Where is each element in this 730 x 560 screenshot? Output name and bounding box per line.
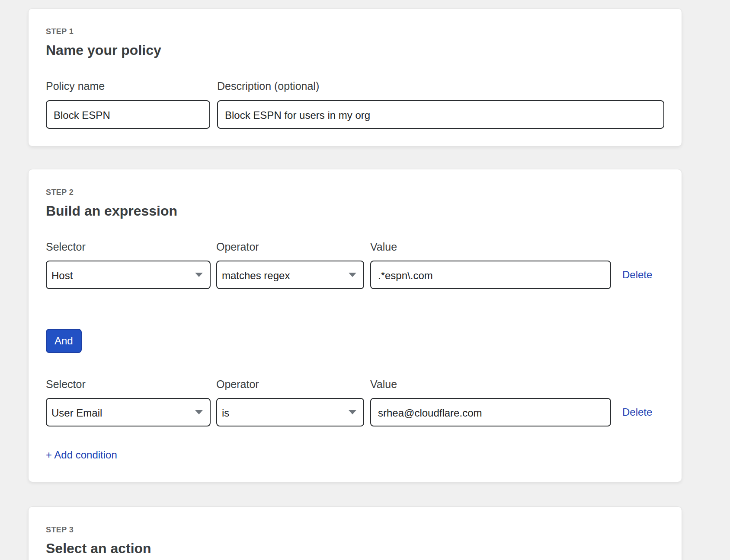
step2-title: Build an expression — [46, 204, 664, 218]
policy-name-input[interactable] — [46, 100, 210, 129]
operator-label: Operator — [216, 379, 364, 390]
and-button[interactable]: And — [46, 329, 82, 353]
chevron-down-icon — [195, 273, 203, 277]
description-label: Description (optional) — [217, 81, 664, 92]
value-label: Value — [370, 242, 611, 252]
operator-label: Operator — [216, 242, 364, 252]
selector-select-value: User Email — [51, 407, 102, 419]
description-input[interactable] — [217, 100, 664, 129]
policy-name-field: Policy name — [46, 81, 210, 129]
condition-controls-row: Host matches regex Delete — [46, 261, 664, 289]
selector-label: Selector — [46, 379, 211, 390]
step3-card: STEP 3 Select an action — [28, 506, 682, 560]
step3-eyebrow: STEP 3 — [46, 525, 664, 535]
delete-condition-link[interactable]: Delete — [622, 270, 652, 280]
step2-eyebrow: STEP 2 — [46, 188, 664, 197]
chevron-down-icon — [349, 410, 356, 414]
condition-row-2: Selector Operator Value User Email is De… — [46, 379, 664, 426]
step1-card: STEP 1 Name your policy Policy name Desc… — [28, 8, 682, 146]
step2-card: STEP 2 Build an expression Selector Oper… — [28, 169, 682, 482]
condition-controls-row: User Email is Delete — [46, 398, 664, 426]
selector-select[interactable]: Host — [46, 261, 211, 289]
description-field: Description (optional) — [217, 81, 664, 129]
operator-select[interactable]: matches regex — [216, 261, 364, 289]
condition-row-1: Selector Operator Value Host matches reg… — [46, 242, 664, 289]
operator-select[interactable]: is — [216, 398, 364, 426]
step1-form-row: Policy name Description (optional) — [46, 81, 664, 129]
condition-labels-row: Selector Operator Value — [46, 242, 664, 252]
step1-title: Name your policy — [46, 43, 664, 57]
step1-eyebrow: STEP 1 — [46, 27, 664, 36]
policy-name-label: Policy name — [46, 81, 210, 92]
value-input[interactable] — [370, 398, 611, 426]
operator-select-value: matches regex — [222, 270, 290, 282]
delete-condition-link[interactable]: Delete — [622, 407, 652, 417]
selector-select-value: Host — [51, 270, 73, 282]
condition-labels-row: Selector Operator Value — [46, 379, 664, 390]
policy-builder-page: STEP 1 Name your policy Policy name Desc… — [0, 0, 730, 560]
value-label: Value — [370, 379, 611, 390]
add-condition-link[interactable]: + Add condition — [46, 450, 117, 460]
selector-select[interactable]: User Email — [46, 398, 211, 426]
operator-select-value: is — [222, 407, 229, 419]
value-input[interactable] — [370, 261, 611, 289]
step3-title: Select an action — [46, 541, 664, 555]
chevron-down-icon — [349, 273, 356, 277]
chevron-down-icon — [195, 410, 203, 414]
selector-label: Selector — [46, 242, 211, 252]
